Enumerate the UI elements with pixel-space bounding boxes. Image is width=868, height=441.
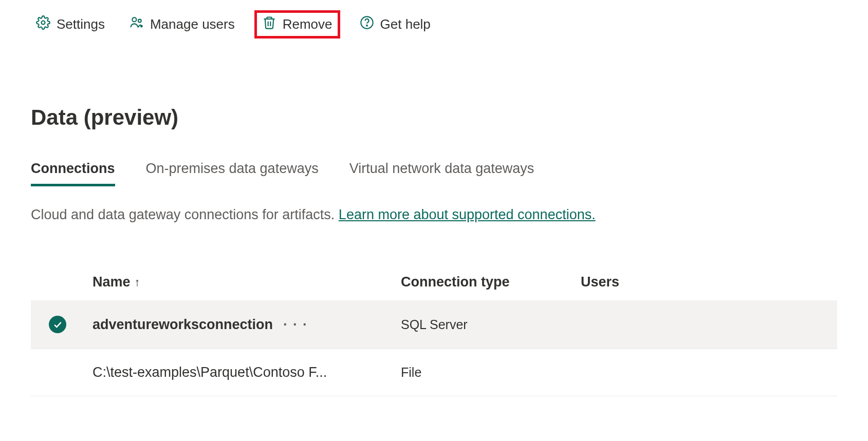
- manage-users-label: Manage users: [150, 16, 235, 32]
- help-icon: [360, 15, 374, 33]
- column-header-name[interactable]: Name ↑: [93, 274, 401, 290]
- settings-label: Settings: [57, 16, 105, 32]
- tabs: Connections On-premises data gateways Vi…: [31, 161, 837, 186]
- gear-icon: [36, 15, 50, 33]
- svg-point-1: [132, 17, 136, 22]
- row-name-cell: adventureworksconnection · · ·: [93, 317, 401, 333]
- get-help-label: Get help: [380, 16, 431, 32]
- people-icon: [130, 15, 144, 33]
- connection-name[interactable]: adventureworksconnection: [93, 317, 273, 333]
- get-help-button[interactable]: Get help: [355, 11, 436, 37]
- table-row[interactable]: C:\test-examples\Parquet\Contoso F... Fi…: [31, 349, 837, 396]
- page-description: Cloud and data gateway connections for a…: [31, 207, 837, 223]
- connection-name[interactable]: C:\test-examples\Parquet\Contoso F...: [93, 365, 327, 380]
- tab-onprem-gateways[interactable]: On-premises data gateways: [146, 161, 319, 186]
- checkmark-icon: [49, 316, 66, 333]
- row-name-cell: C:\test-examples\Parquet\Contoso F...: [93, 365, 401, 380]
- toolbar: Settings Manage users Remove: [0, 0, 868, 49]
- svg-point-3: [141, 26, 142, 27]
- column-header-type[interactable]: Connection type: [401, 274, 581, 290]
- svg-point-5: [366, 25, 367, 26]
- tab-vnet-gateways[interactable]: Virtual network data gateways: [349, 161, 534, 186]
- description-text: Cloud and data gateway connections for a…: [31, 207, 339, 222]
- connections-table: Name ↑ Connection type Users adventurewo…: [31, 264, 837, 396]
- svg-point-2: [138, 20, 141, 23]
- row-select-cell[interactable]: [46, 316, 93, 333]
- row-type-cell: SQL Server: [401, 317, 581, 332]
- remove-button[interactable]: Remove: [254, 10, 340, 39]
- learn-more-link[interactable]: Learn more about supported connections.: [339, 207, 596, 222]
- trash-icon: [262, 15, 276, 33]
- more-actions-icon[interactable]: · · ·: [283, 317, 308, 333]
- column-header-users[interactable]: Users: [581, 274, 837, 290]
- tab-connections[interactable]: Connections: [31, 161, 115, 186]
- remove-label: Remove: [283, 16, 333, 32]
- table-row[interactable]: adventureworksconnection · · · SQL Serve…: [31, 300, 837, 349]
- settings-button[interactable]: Settings: [31, 11, 110, 37]
- manage-users-button[interactable]: Manage users: [124, 11, 240, 37]
- main-content: Data (preview) Connections On-premises d…: [0, 49, 868, 412]
- sort-ascending-icon: ↑: [135, 276, 140, 289]
- svg-point-0: [42, 21, 45, 25]
- page-title: Data (preview): [31, 105, 837, 130]
- row-type-cell: File: [401, 365, 581, 380]
- table-header-row: Name ↑ Connection type Users: [31, 264, 837, 300]
